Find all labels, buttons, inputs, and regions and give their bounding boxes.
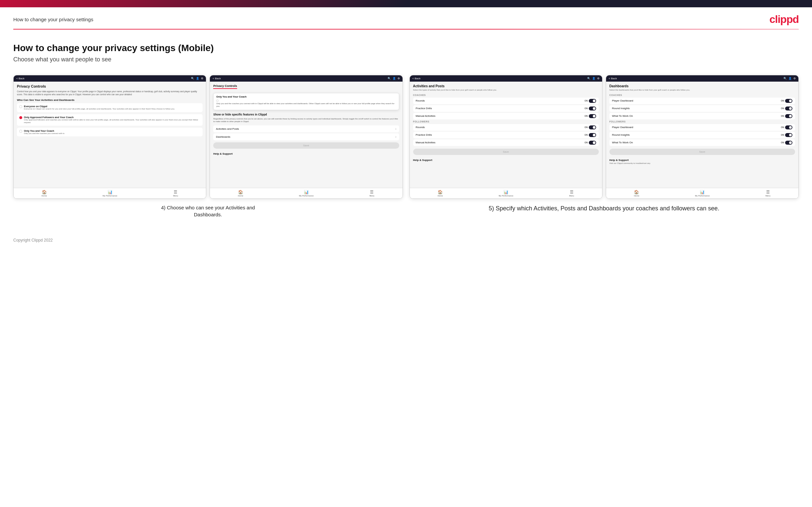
nav-home-1[interactable]: 🏠 Home — [42, 190, 47, 197]
settings-icon-1[interactable]: ⚙ — [201, 77, 203, 80]
followers-player-dash-switch[interactable] — [785, 125, 793, 129]
settings-icon-2[interactable]: ⚙ — [398, 77, 400, 80]
show-hide-desc: Regardless of the privacy controls that … — [213, 117, 399, 123]
phone-screen-4: < Back 🔍 👤 ⚙ Dashboards Select the dashb… — [606, 75, 799, 199]
coaches-rounds-label: Rounds — [416, 99, 425, 102]
followers-wtwo-toggle[interactable]: ON — [781, 141, 793, 145]
back-button-1[interactable]: < Back — [16, 77, 24, 80]
followers-wtwo-switch[interactable] — [785, 141, 793, 145]
screen1-content: Privacy Controls Control how you and you… — [14, 81, 206, 188]
people-icon-1[interactable]: 👤 — [196, 77, 199, 80]
followers-round-insights-toggle[interactable]: ON — [781, 133, 793, 137]
coaches-drills-switch[interactable] — [589, 107, 596, 111]
radio-coach[interactable] — [19, 130, 22, 133]
coaches-manual-toggle[interactable]: ON — [585, 114, 596, 118]
screen2-tab[interactable]: Privacy Controls — [213, 84, 237, 89]
page-heading: How to change your privacy settings (Mob… — [13, 43, 799, 53]
tooltip-box: Only You and Your Coach Only you and the… — [213, 93, 399, 110]
nav-performance-4[interactable]: 📊 My Performance — [695, 190, 710, 197]
coaches-label-3: COACHES — [413, 94, 599, 96]
save-btn-4[interactable]: Save — [609, 149, 795, 155]
save-btn-2[interactable]: Save — [213, 143, 399, 149]
followers-rounds-switch[interactable] — [589, 125, 596, 129]
settings-icon-3[interactable]: ⚙ — [597, 77, 600, 80]
search-icon-2[interactable]: 🔍 — [388, 77, 391, 80]
coaches-round-insights-switch[interactable] — [785, 107, 793, 111]
dashboards-link[interactable]: Dashboards › — [213, 133, 399, 140]
followers-drills-on: ON — [585, 134, 588, 136]
radio-approved[interactable] — [19, 116, 22, 119]
nav-performance-2[interactable]: 📊 My Performance — [299, 190, 313, 197]
menu-icon-2: ☰ — [370, 190, 373, 194]
option-coach-only[interactable]: Only You and Your Coach Only you and the… — [17, 128, 203, 137]
nav-home-2[interactable]: 🏠 Home — [238, 190, 243, 197]
screen1-section-label: Who Can See Your Activities and Dashboar… — [17, 99, 203, 102]
header-title: How to change your privacy settings — [13, 16, 93, 22]
tooltip-title: Only You and Your Coach — [216, 95, 396, 98]
nav-performance-1[interactable]: 📊 My Performance — [103, 190, 117, 197]
screen1-title: Privacy Controls — [17, 84, 203, 88]
caption-5-text: 5) Specify which Activities, Posts and D… — [489, 204, 719, 213]
screen4-desc: Select the dashboards that you'd like to… — [609, 89, 795, 92]
nav-performance-3[interactable]: 📊 My Performance — [499, 190, 513, 197]
coaches-wtwo-switch[interactable] — [785, 114, 793, 118]
followers-player-dashboard: Player Dashboard ON — [609, 124, 795, 131]
performance-label-3: My Performance — [499, 195, 513, 197]
back-button-2[interactable]: < Back — [212, 77, 221, 80]
save-btn-3[interactable]: Save — [413, 149, 599, 155]
nav-icons-3: 🔍 👤 ⚙ — [587, 77, 600, 80]
people-icon-2[interactable]: 👤 — [393, 77, 396, 80]
followers-round-insights-switch[interactable] — [785, 133, 793, 137]
nav-menu-2[interactable]: ☰ Menu — [369, 190, 374, 197]
followers-wtwo-on: ON — [781, 142, 784, 144]
followers-manual-toggle[interactable]: ON — [585, 141, 596, 145]
nav-menu-4[interactable]: ☰ Menu — [765, 190, 770, 197]
back-button-4[interactable]: < Back — [609, 77, 617, 80]
nav-menu-1[interactable]: ☰ Menu — [173, 190, 178, 197]
help-desc-4: Visit our Clippd community to troublesho… — [609, 162, 795, 164]
bottom-nav-3: 🏠 Home 📊 My Performance ☰ Menu — [410, 188, 602, 199]
nav-home-4[interactable]: 🏠 Home — [634, 190, 639, 197]
search-icon-3[interactable]: 🔍 — [587, 77, 591, 80]
search-icon-4[interactable]: 🔍 — [783, 77, 787, 80]
nav-icons-2: 🔍 👤 ⚙ — [388, 77, 400, 80]
performance-icon-3: 📊 — [503, 190, 508, 194]
coaches-manual-switch[interactable] — [589, 114, 596, 118]
coaches-player-dash-switch[interactable] — [785, 99, 793, 103]
followers-rounds-toggle[interactable]: ON — [585, 125, 596, 129]
tooltip-radio-circle — [216, 100, 218, 102]
settings-icon-4[interactable]: ⚙ — [794, 77, 796, 80]
option-approved[interactable]: Only Approved Followers and Your Coach O… — [17, 114, 203, 126]
option-everyone[interactable]: Everyone on Clippd Everyone on Clippd ca… — [17, 103, 203, 112]
followers-drills-switch[interactable] — [589, 133, 596, 137]
coaches-wtwo-toggle[interactable]: ON — [781, 114, 793, 118]
coaches-player-dash-toggle[interactable]: ON — [781, 99, 793, 103]
performance-label-2: My Performance — [299, 195, 313, 197]
menu-icon-3: ☰ — [570, 190, 573, 194]
nav-menu-3[interactable]: ☰ Menu — [569, 190, 574, 197]
back-button-3[interactable]: < Back — [412, 77, 421, 80]
people-icon-3[interactable]: 👤 — [592, 77, 596, 80]
performance-label-4: My Performance — [695, 195, 710, 197]
home-icon-2: 🏠 — [238, 190, 243, 194]
coaches-rounds-switch[interactable] — [589, 99, 596, 103]
search-icon-1[interactable]: 🔍 — [191, 77, 194, 80]
left-column: < Back 🔍 👤 ⚙ Privacy Controls Control ho… — [13, 75, 403, 218]
activities-posts-link[interactable]: Activities and Posts › — [213, 125, 399, 132]
nav-home-3[interactable]: 🏠 Home — [438, 190, 443, 197]
followers-player-dash-label: Player Dashboard — [612, 126, 633, 129]
radio-everyone[interactable] — [19, 105, 22, 108]
coaches-rounds-toggle[interactable]: ON — [585, 99, 596, 103]
coaches-drills-toggle[interactable]: ON — [585, 107, 596, 111]
followers-player-dash-toggle[interactable]: ON — [781, 125, 793, 129]
people-icon-4[interactable]: 👤 — [789, 77, 792, 80]
screenshots-wrapper: < Back 🔍 👤 ⚙ Privacy Controls Control ho… — [13, 75, 799, 218]
screen3-title: Activities and Posts — [413, 84, 599, 88]
followers-manual-switch[interactable] — [589, 141, 596, 145]
performance-label-1: My Performance — [103, 195, 117, 197]
followers-drills-toggle[interactable]: ON — [585, 133, 596, 137]
coaches-round-insights-toggle[interactable]: ON — [781, 107, 793, 111]
followers-label-4: FOLLOWERS — [609, 120, 795, 123]
menu-label-4: Menu — [765, 195, 770, 197]
screen4-title: Dashboards — [609, 84, 795, 88]
